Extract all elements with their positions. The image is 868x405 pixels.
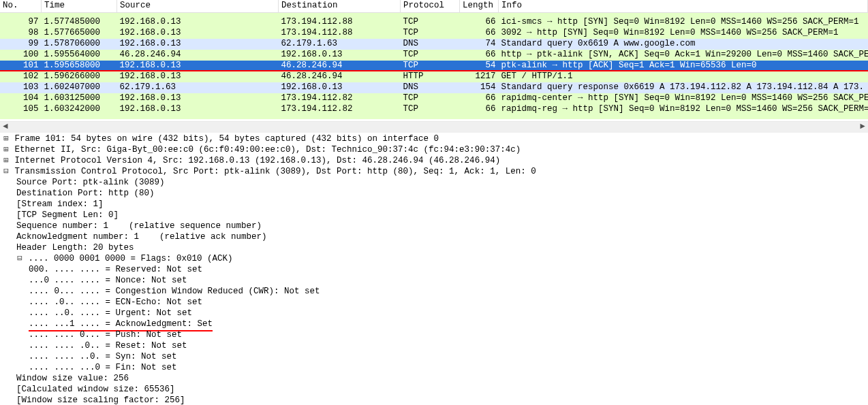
cell-no: 104 — [0, 93, 42, 104]
col-no-header[interactable]: No. — [0, 0, 42, 12]
col-length-header[interactable]: Length — [460, 0, 499, 12]
cell-length: 1217 — [460, 71, 499, 82]
table-row[interactable]: 1041.603125000192.168.0.13173.194.112.82… — [0, 93, 868, 104]
cell-protocol: DNS — [401, 82, 460, 93]
cell-no: 100 — [0, 50, 42, 61]
col-proto-header[interactable]: Protocol — [401, 0, 460, 12]
col-source-header[interactable]: Source — [117, 0, 279, 12]
header-row: No. Time Source Destination Protocol Len… — [0, 0, 868, 12]
cell-source: 192.168.0.13 — [117, 61, 279, 71]
cell-info: GET / HTTP/1.1 — [499, 71, 868, 82]
cell-source: 192.168.0.13 — [117, 71, 279, 82]
cell-source: 192.168.0.13 — [117, 17, 279, 28]
col-info-header[interactable]: Info — [499, 0, 868, 12]
tcp-flags[interactable]: ⊟ .... 0000 0001 0000 = Flags: 0x010 (AC… — [1, 254, 868, 265]
cell-destination: 173.194.112.82 — [279, 93, 401, 104]
tcp-wscale[interactable]: [Window size scaling factor: 256] — [1, 395, 868, 405]
flag-push[interactable]: .... .... 0... = Push: Not set — [1, 330, 868, 341]
table-row[interactable]: 1051.603242000192.168.0.13173.194.112.82… — [0, 104, 868, 115]
tcp-ack-number[interactable]: Acknowledgment number: 1 (relative ack n… — [1, 232, 868, 243]
table-row[interactable]: 981.577665000192.168.0.13173.194.112.88T… — [0, 28, 868, 39]
tcp-sequence[interactable]: Sequence number: 1 (relative sequence nu… — [1, 221, 868, 232]
collapse-icon[interactable]: ⊟ — [16, 254, 23, 265]
flag-ecn[interactable]: .... .0.. .... = ECN-Echo: Not set — [1, 297, 868, 308]
flag-cwr[interactable]: .... 0... .... = Congestion Window Reduc… — [1, 287, 868, 297]
cell-source: 192.168.0.13 — [117, 93, 279, 104]
packet-list-pane[interactable]: No. Time Source Destination Protocol Len… — [0, 0, 868, 121]
tcp-line[interactable]: ⊟ Transmission Control Protocol, Src Por… — [1, 167, 868, 178]
table-row[interactable]: 1031.60240700062.179.1.63192.168.0.13DNS… — [0, 82, 868, 93]
cell-protocol: HTTP — [401, 71, 460, 82]
tcp-src-port[interactable]: Source Port: ptk-alink (3089) — [1, 178, 868, 189]
table-row[interactable]: 1021.596266000192.168.0.1346.28.246.94HT… — [0, 71, 868, 82]
table-row[interactable]: 1011.595658000192.168.0.1346.28.246.94TC… — [0, 61, 868, 71]
cell-source: 62.179.1.63 — [117, 82, 279, 93]
packet-body: 971.577485000192.168.0.13173.194.112.88T… — [0, 12, 868, 119]
tcp-window-size[interactable]: Window size value: 256 — [1, 374, 868, 385]
table-row[interactable] — [0, 12, 868, 17]
cell-protocol: TCP — [401, 17, 460, 28]
table-row[interactable]: 1001.59556400046.28.246.94192.168.0.13TC… — [0, 50, 868, 61]
cell-length: 66 — [460, 28, 499, 39]
col-dest-header[interactable]: Destination — [279, 0, 401, 12]
cell-no: 103 — [0, 82, 42, 93]
scroll-left-icon[interactable]: ◄ — [0, 122, 11, 133]
cell-length: 74 — [460, 39, 499, 50]
flag-urgent[interactable]: .... ..0. .... = Urgent: Not set — [1, 308, 868, 319]
table-row[interactable]: 991.578706000192.168.0.1362.179.1.63DNS7… — [0, 39, 868, 50]
cell-time: 1.595564000 — [42, 50, 117, 61]
table-row[interactable]: 971.577485000192.168.0.13173.194.112.88T… — [0, 17, 868, 28]
cell-destination: 46.28.246.94 — [279, 61, 401, 71]
cell-time: 1.603242000 — [42, 104, 117, 115]
flag-ack[interactable]: .... ...1 .... = Acknowledgment: Set — [1, 319, 868, 330]
cell-info: Standard query response 0x6619 A 173.194… — [499, 82, 868, 93]
cell-no: 98 — [0, 28, 42, 39]
scroll-right-icon[interactable]: ► — [857, 122, 868, 133]
cell-source: 192.168.0.13 — [117, 104, 279, 115]
expand-icon[interactable]: ⊞ — [3, 156, 10, 167]
horizontal-scrollbar[interactable]: ◄ ► — [0, 121, 868, 133]
cell-source: 46.28.246.94 — [117, 50, 279, 61]
cell-info: ici-smcs → http [SYN] Seq=0 Win=8192 Len… — [499, 17, 868, 28]
cell-length: 66 — [460, 104, 499, 115]
cell-protocol: TCP — [401, 50, 460, 61]
cell-destination: 62.179.1.63 — [279, 39, 401, 50]
cell-time: 1.596266000 — [42, 71, 117, 82]
frame-line[interactable]: ⊞ Frame 101: 54 bytes on wire (432 bits)… — [1, 134, 868, 145]
col-time-header[interactable]: Time — [42, 0, 117, 12]
cell-time: 1.595658000 — [42, 61, 117, 71]
scroll-track[interactable] — [11, 123, 857, 131]
collapse-icon[interactable]: ⊟ — [3, 167, 10, 178]
tcp-calc-window[interactable]: [Calculated window size: 65536] — [1, 385, 868, 395]
cell-info: rapidmq-center → http [SYN] Seq=0 Win=81… — [499, 93, 868, 104]
flag-syn[interactable]: .... .... ..0. = Syn: Not set — [1, 352, 868, 363]
cell-info: rapidmq-reg → http [SYN] Seq=0 Win=8192 … — [499, 104, 868, 115]
cell-no: 97 — [0, 17, 42, 28]
flag-reset[interactable]: .... .... .0.. = Reset: Not set — [1, 341, 868, 352]
packet-table: No. Time Source Destination Protocol Len… — [0, 0, 868, 119]
expand-icon[interactable]: ⊞ — [3, 145, 10, 156]
table-row[interactable] — [0, 115, 868, 119]
ethernet-line[interactable]: ⊞ Ethernet II, Src: Giga-Byt_00:ee:c0 (6… — [1, 145, 868, 156]
cell-destination: 173.194.112.88 — [279, 17, 401, 28]
cell-protocol: TCP — [401, 93, 460, 104]
flag-reserved[interactable]: 000. .... .... = Reserved: Not set — [1, 265, 868, 276]
flag-nonce[interactable]: ...0 .... .... = Nonce: Not set — [1, 276, 868, 287]
cell-time: 1.603125000 — [42, 93, 117, 104]
cell-no: 102 — [0, 71, 42, 82]
cell-no: 105 — [0, 104, 42, 115]
packet-details-pane[interactable]: ⊞ Frame 101: 54 bytes on wire (432 bits)… — [0, 133, 868, 405]
cell-destination: 173.194.112.88 — [279, 28, 401, 39]
ip-line[interactable]: ⊞ Internet Protocol Version 4, Src: 192.… — [1, 156, 868, 167]
tcp-stream-index[interactable]: [Stream index: 1] — [1, 199, 868, 210]
flag-fin[interactable]: .... .... ...0 = Fin: Not set — [1, 363, 868, 374]
tcp-header-length[interactable]: Header Length: 20 bytes — [1, 243, 868, 254]
tcp-segment-len[interactable]: [TCP Segment Len: 0] — [1, 210, 868, 221]
cell-destination: 192.168.0.13 — [279, 82, 401, 93]
tcp-dst-port[interactable]: Destination Port: http (80) — [1, 189, 868, 199]
cell-length: 66 — [460, 17, 499, 28]
cell-info: Standard query 0x6619 A www.google.com — [499, 39, 868, 50]
cell-source: 192.168.0.13 — [117, 39, 279, 50]
cell-info: http → ptk-alink [SYN, ACK] Seq=0 Ack=1 … — [499, 50, 868, 61]
expand-icon[interactable]: ⊞ — [3, 134, 10, 145]
